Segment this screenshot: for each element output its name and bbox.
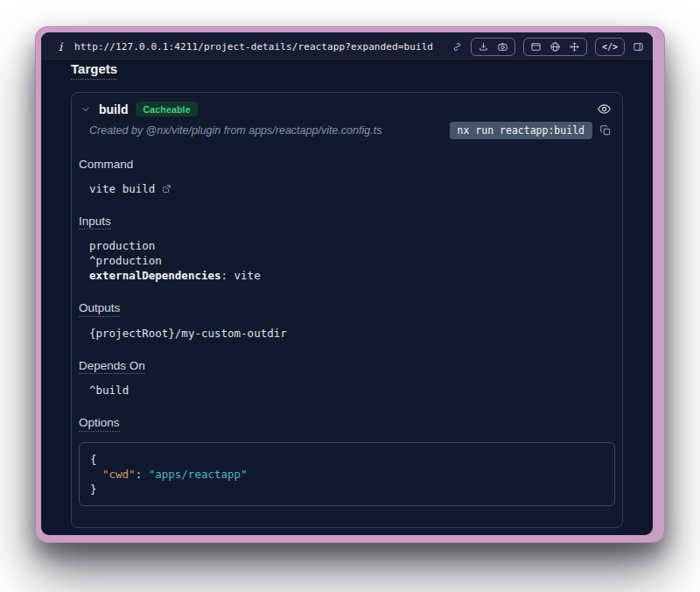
url-bar[interactable]: http://127.0.0.1:4211/project-details/re… bbox=[74, 41, 443, 53]
json-close-brace: } bbox=[90, 482, 604, 497]
browser-window: i http://127.0.0.1:4211/project-details/… bbox=[35, 26, 665, 543]
build-card-body: Command vite build Inputs production ^pr… bbox=[72, 139, 622, 527]
browser-toolbar: i http://127.0.0.1:4211/project-details/… bbox=[41, 32, 653, 61]
input-item: production bbox=[89, 238, 615, 253]
command-label: Command bbox=[79, 159, 133, 173]
globe-icon[interactable] bbox=[550, 41, 561, 53]
options-json-block: { "cwd": "apps/reactapp" } bbox=[79, 442, 615, 506]
run-command-chip: nx run reactapp:build bbox=[450, 122, 592, 139]
page-title: Targets bbox=[71, 61, 117, 80]
screenshot-download-icon[interactable] bbox=[478, 41, 489, 53]
code-tool-group: </> bbox=[595, 38, 625, 56]
eye-icon[interactable] bbox=[597, 102, 612, 116]
window-icon[interactable] bbox=[530, 41, 542, 53]
depends-on-label[interactable]: Depends On bbox=[79, 360, 145, 375]
command-value: vite build bbox=[89, 181, 155, 196]
chevron-down-icon[interactable] bbox=[80, 104, 91, 115]
copy-icon[interactable] bbox=[599, 124, 612, 137]
sidebar-toggle-icon[interactable] bbox=[633, 41, 644, 53]
cacheable-badge: Cacheable bbox=[136, 102, 197, 116]
build-target-card: build Cacheable Created by @nx/vite/plug… bbox=[71, 92, 623, 528]
json-cwd-line: "cwd": "apps/reactapp" bbox=[90, 467, 604, 482]
created-by-text: Created by @nx/vite/plugin from apps/rea… bbox=[89, 124, 443, 137]
info-icon[interactable]: i bbox=[55, 40, 66, 53]
build-card-header: build Cacheable bbox=[72, 93, 622, 120]
options-label[interactable]: Options bbox=[79, 417, 120, 432]
toolbar-actions: </> bbox=[452, 38, 644, 56]
view-tool-group bbox=[523, 38, 587, 56]
camera-icon[interactable] bbox=[497, 41, 508, 53]
target-name: build bbox=[99, 102, 128, 116]
page-content: Targets build Cacheable Created by @nx/v bbox=[41, 61, 653, 535]
code-icon[interactable]: </> bbox=[602, 41, 618, 53]
capture-tool-group bbox=[471, 38, 515, 56]
build-card-meta: Created by @nx/vite/plugin from apps/rea… bbox=[72, 120, 622, 139]
link-icon[interactable] bbox=[452, 41, 463, 53]
inputs-label[interactable]: Inputs bbox=[79, 215, 111, 230]
output-item: {projectRoot}/my-custom-outdir bbox=[89, 326, 615, 341]
browser-inner: i http://127.0.0.1:4211/project-details/… bbox=[41, 32, 653, 535]
input-item: ^production bbox=[89, 253, 615, 268]
external-link-icon[interactable] bbox=[161, 183, 172, 194]
outputs-label[interactable]: Outputs bbox=[79, 302, 120, 317]
move-icon[interactable] bbox=[569, 41, 580, 53]
depends-on-item: ^build bbox=[89, 383, 615, 398]
json-open-brace: { bbox=[90, 452, 604, 467]
input-item: externalDependencies: vite bbox=[89, 268, 615, 283]
